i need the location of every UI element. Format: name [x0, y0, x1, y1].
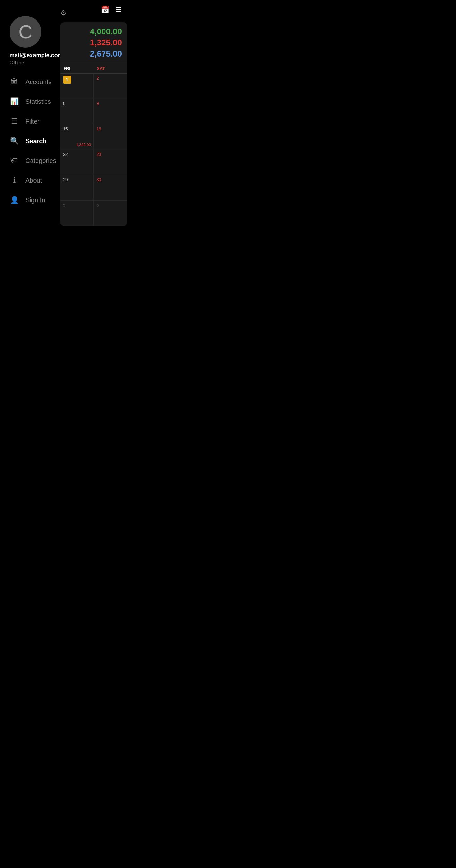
calendar-fri-header: FRI [60, 63, 94, 73]
calendar-grid: 1289151,325.00162223293056 [60, 74, 127, 226]
calendar-date: 22 [63, 152, 91, 157]
calendar-date: 29 [63, 177, 91, 182]
calendar-date: 5 [63, 203, 91, 208]
calendar-date: 8 [63, 101, 91, 106]
calendar-cell-2[interactable]: 2 [94, 74, 127, 99]
calendar-cell-9[interactable]: 9 [94, 99, 127, 124]
avatar-letter: C [19, 21, 32, 43]
calendar-cell-6[interactable]: 6 [94, 200, 127, 226]
accounts-icon: 🏛 [9, 78, 19, 86]
about-icon: ℹ [9, 176, 19, 184]
gear-icon[interactable]: ⚙ [60, 9, 67, 17]
accounts-label: Accounts [25, 79, 52, 86]
calendar-date: 23 [96, 152, 124, 157]
calendar-icon[interactable]: 📅 [101, 6, 109, 14]
statistics-label: Statistics [25, 98, 51, 105]
search-label: Search [25, 137, 47, 145]
calendar-sat-header: SAT [94, 63, 127, 73]
calendar-cell-29[interactable]: 29 [60, 175, 94, 200]
header-icons: 📅 ☰ [101, 6, 122, 14]
calendar-cell-8[interactable]: 8 [60, 99, 94, 124]
calendar-date: 30 [96, 177, 124, 182]
calendar-cell-16[interactable]: 16 [94, 124, 127, 150]
balance-section: 4,000.00 1,325.00 2,675.00 [60, 22, 127, 63]
categories-label: Categories [25, 157, 56, 164]
calendar-date: 15 [63, 126, 91, 131]
calendar-cell-30[interactable]: 30 [94, 175, 127, 200]
calendar-date-today: 1 [63, 75, 71, 84]
user-email: mail@example.com [9, 52, 63, 59]
calendar-date: 16 [96, 126, 124, 131]
calendar-cell-22[interactable]: 22 [60, 150, 94, 175]
calendar-cell-15[interactable]: 151,325.00 [60, 124, 94, 150]
statistics-icon: 📊 [9, 97, 19, 106]
calendar-date: 6 [96, 203, 124, 208]
calendar-amount: 1,325.00 [76, 143, 91, 147]
balance-income: 4,000.00 [65, 27, 122, 36]
signin-icon: 👤 [9, 196, 19, 204]
calendar-date: 9 [96, 101, 124, 106]
balance-expense: 1,325.00 [65, 38, 122, 48]
calendar-header: FRI SAT [60, 63, 127, 74]
right-panel: 4,000.00 1,325.00 2,675.00 FRI SAT 12891… [60, 22, 127, 226]
calendar-date: 2 [96, 75, 124, 81]
about-label: About [25, 177, 42, 184]
filter-label: Filter [25, 118, 39, 125]
filter-icon: ☰ [9, 117, 19, 125]
user-status: Offline [9, 60, 24, 66]
signin-label: Sign In [25, 196, 45, 204]
calendar-cell-23[interactable]: 23 [94, 150, 127, 175]
categories-icon: 🏷 [9, 157, 19, 165]
calendar: FRI SAT 1289151,325.00162223293056 [60, 63, 127, 226]
avatar: C [9, 16, 41, 48]
calendar-cell-5[interactable]: 5 [60, 200, 94, 226]
balance-total: 2,675.00 [65, 49, 122, 59]
menu-icon[interactable]: ☰ [116, 6, 122, 14]
search-icon: 🔍 [9, 137, 19, 145]
calendar-cell-1[interactable]: 1 [60, 74, 94, 99]
